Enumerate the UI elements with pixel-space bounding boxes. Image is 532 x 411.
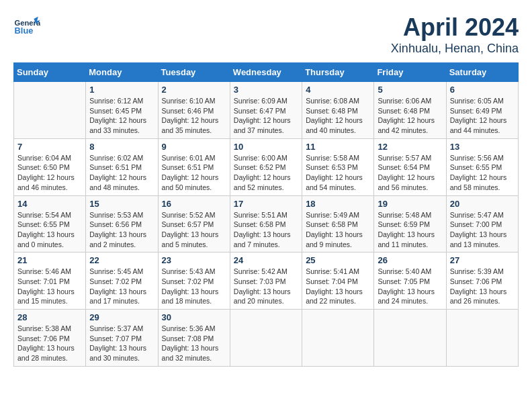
- day-number: 6: [450, 85, 515, 95]
- calendar-cell: 17Sunrise: 5:51 AM Sunset: 6:58 PM Dayli…: [230, 195, 302, 253]
- day-number: 4: [306, 85, 370, 95]
- calendar-cell: 6Sunrise: 6:05 AM Sunset: 6:49 PM Daylig…: [446, 82, 518, 139]
- day-info: Sunrise: 5:57 AM Sunset: 6:54 PM Dayligh…: [378, 153, 442, 193]
- day-info: Sunrise: 6:05 AM Sunset: 6:49 PM Dayligh…: [450, 96, 515, 136]
- day-number: 27: [450, 255, 515, 265]
- calendar-cell: 3Sunrise: 6:09 AM Sunset: 6:47 PM Daylig…: [230, 82, 302, 139]
- day-info: Sunrise: 5:36 AM Sunset: 7:08 PM Dayligh…: [162, 324, 226, 363]
- day-number: 20: [450, 199, 515, 209]
- logo: General Blue: [13, 13, 40, 40]
- day-number: 12: [378, 142, 442, 152]
- calendar-cell: 29Sunrise: 5:37 AM Sunset: 7:07 PM Dayli…: [86, 310, 158, 367]
- calendar-header: SundayMondayTuesdayWednesdayThursdayFrid…: [14, 63, 519, 82]
- logo-icon: General Blue: [13, 13, 40, 40]
- day-number: 9: [162, 142, 226, 152]
- calendar-body: 1Sunrise: 6:12 AM Sunset: 6:45 PM Daylig…: [14, 82, 519, 367]
- day-info: Sunrise: 6:09 AM Sunset: 6:47 PM Dayligh…: [234, 96, 298, 136]
- calendar-cell: 8Sunrise: 6:02 AM Sunset: 6:51 PM Daylig…: [86, 138, 158, 195]
- calendar-cell: 20Sunrise: 5:47 AM Sunset: 7:00 PM Dayli…: [446, 195, 518, 253]
- day-info: Sunrise: 5:56 AM Sunset: 6:55 PM Dayligh…: [450, 153, 515, 193]
- calendar-cell: 9Sunrise: 6:01 AM Sunset: 6:51 PM Daylig…: [158, 138, 230, 195]
- day-info: Sunrise: 5:51 AM Sunset: 6:58 PM Dayligh…: [234, 210, 298, 250]
- day-info: Sunrise: 6:10 AM Sunset: 6:46 PM Dayligh…: [162, 96, 226, 136]
- title-block: April 2024 Xinhualu, Henan, China: [391, 13, 519, 56]
- column-header-friday: Friday: [374, 63, 446, 82]
- day-info: Sunrise: 5:45 AM Sunset: 7:02 PM Dayligh…: [89, 267, 154, 306]
- page-header: General Blue April 2024 Xinhualu, Henan,…: [13, 13, 519, 56]
- calendar-cell: 4Sunrise: 6:08 AM Sunset: 6:48 PM Daylig…: [302, 82, 374, 139]
- calendar-cell: 26Sunrise: 5:40 AM Sunset: 7:05 PM Dayli…: [374, 253, 446, 310]
- day-number: 17: [234, 199, 298, 209]
- calendar-cell: 15Sunrise: 5:53 AM Sunset: 6:56 PM Dayli…: [86, 195, 158, 253]
- calendar-cell: [14, 82, 86, 139]
- day-number: 2: [162, 85, 226, 95]
- day-number: 23: [162, 255, 226, 265]
- day-info: Sunrise: 5:49 AM Sunset: 6:58 PM Dayligh…: [306, 210, 370, 250]
- day-number: 16: [162, 199, 226, 209]
- calendar-cell: 2Sunrise: 6:10 AM Sunset: 6:46 PM Daylig…: [158, 82, 230, 139]
- day-number: 25: [306, 255, 370, 265]
- calendar-cell: 11Sunrise: 5:58 AM Sunset: 6:53 PM Dayli…: [302, 138, 374, 195]
- day-number: 14: [17, 199, 82, 209]
- day-number: 26: [378, 255, 442, 265]
- calendar-cell: 1Sunrise: 6:12 AM Sunset: 6:45 PM Daylig…: [86, 82, 158, 139]
- calendar-cell: 24Sunrise: 5:42 AM Sunset: 7:03 PM Dayli…: [230, 253, 302, 310]
- column-header-thursday: Thursday: [302, 63, 374, 82]
- day-info: Sunrise: 5:54 AM Sunset: 6:55 PM Dayligh…: [17, 210, 82, 250]
- calendar-cell: [230, 310, 302, 367]
- page-title: April 2024: [391, 13, 519, 42]
- day-number: 3: [234, 85, 298, 95]
- day-info: Sunrise: 5:58 AM Sunset: 6:53 PM Dayligh…: [306, 153, 370, 193]
- day-number: 24: [234, 255, 298, 265]
- calendar-week-5: 28Sunrise: 5:38 AM Sunset: 7:06 PM Dayli…: [14, 310, 519, 367]
- svg-text:Blue: Blue: [15, 26, 34, 36]
- column-header-monday: Monday: [86, 63, 158, 82]
- day-number: 28: [17, 312, 82, 322]
- calendar-cell: 25Sunrise: 5:41 AM Sunset: 7:04 PM Dayli…: [302, 253, 374, 310]
- calendar-cell: 27Sunrise: 5:39 AM Sunset: 7:06 PM Dayli…: [446, 253, 518, 310]
- day-number: 13: [450, 142, 515, 152]
- day-number: 10: [234, 142, 298, 152]
- calendar-table: SundayMondayTuesdayWednesdayThursdayFrid…: [13, 62, 519, 367]
- calendar-cell: 5Sunrise: 6:06 AM Sunset: 6:48 PM Daylig…: [374, 82, 446, 139]
- calendar-cell: 22Sunrise: 5:45 AM Sunset: 7:02 PM Dayli…: [86, 253, 158, 310]
- day-number: 7: [17, 142, 82, 152]
- day-number: 5: [378, 85, 442, 95]
- column-header-sunday: Sunday: [14, 63, 86, 82]
- day-info: Sunrise: 5:41 AM Sunset: 7:04 PM Dayligh…: [306, 267, 370, 306]
- calendar-cell: 10Sunrise: 6:00 AM Sunset: 6:52 PM Dayli…: [230, 138, 302, 195]
- calendar-week-2: 7Sunrise: 6:04 AM Sunset: 6:50 PM Daylig…: [14, 138, 519, 195]
- day-info: Sunrise: 6:04 AM Sunset: 6:50 PM Dayligh…: [17, 153, 82, 193]
- day-info: Sunrise: 5:39 AM Sunset: 7:06 PM Dayligh…: [450, 267, 515, 306]
- day-info: Sunrise: 6:02 AM Sunset: 6:51 PM Dayligh…: [89, 153, 154, 193]
- calendar-cell: 19Sunrise: 5:48 AM Sunset: 6:59 PM Dayli…: [374, 195, 446, 253]
- day-info: Sunrise: 5:48 AM Sunset: 6:59 PM Dayligh…: [378, 210, 442, 250]
- calendar-week-1: 1Sunrise: 6:12 AM Sunset: 6:45 PM Daylig…: [14, 82, 519, 139]
- calendar-cell: 13Sunrise: 5:56 AM Sunset: 6:55 PM Dayli…: [446, 138, 518, 195]
- day-number: 15: [89, 199, 154, 209]
- day-number: 1: [89, 85, 154, 95]
- calendar-cell: 23Sunrise: 5:43 AM Sunset: 7:02 PM Dayli…: [158, 253, 230, 310]
- column-header-wednesday: Wednesday: [230, 63, 302, 82]
- day-info: Sunrise: 5:53 AM Sunset: 6:56 PM Dayligh…: [89, 210, 154, 250]
- day-number: 30: [162, 312, 226, 322]
- calendar-cell: [302, 310, 374, 367]
- calendar-cell: [374, 310, 446, 367]
- day-info: Sunrise: 5:38 AM Sunset: 7:06 PM Dayligh…: [17, 324, 82, 363]
- day-number: 22: [89, 255, 154, 265]
- day-info: Sunrise: 5:42 AM Sunset: 7:03 PM Dayligh…: [234, 267, 298, 306]
- day-number: 29: [89, 312, 154, 322]
- day-info: Sunrise: 5:47 AM Sunset: 7:00 PM Dayligh…: [450, 210, 515, 250]
- day-info: Sunrise: 6:06 AM Sunset: 6:48 PM Dayligh…: [378, 96, 442, 136]
- calendar-cell: [446, 310, 518, 367]
- day-info: Sunrise: 5:46 AM Sunset: 7:01 PM Dayligh…: [17, 267, 82, 306]
- calendar-cell: 30Sunrise: 5:36 AM Sunset: 7:08 PM Dayli…: [158, 310, 230, 367]
- day-number: 19: [378, 199, 442, 209]
- day-number: 8: [89, 142, 154, 152]
- day-info: Sunrise: 6:01 AM Sunset: 6:51 PM Dayligh…: [162, 153, 226, 193]
- day-info: Sunrise: 6:00 AM Sunset: 6:52 PM Dayligh…: [234, 153, 298, 193]
- column-header-tuesday: Tuesday: [158, 63, 230, 82]
- calendar-week-4: 21Sunrise: 5:46 AM Sunset: 7:01 PM Dayli…: [14, 253, 519, 310]
- calendar-week-3: 14Sunrise: 5:54 AM Sunset: 6:55 PM Dayli…: [14, 195, 519, 253]
- page-subtitle: Xinhualu, Henan, China: [391, 42, 519, 56]
